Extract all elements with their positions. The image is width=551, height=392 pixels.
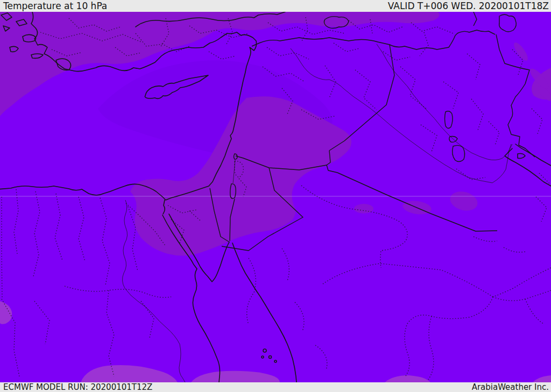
mid-patch bbox=[354, 204, 373, 213]
header-bar: Temperature at 10 hPa VALID T+006 WED. 2… bbox=[0, 0, 551, 12]
weather-map-app: Temperature at 10 hPa VALID T+006 WED. 2… bbox=[0, 0, 551, 392]
model-run-label: ECMWF MODEL RUN: 20200101T12Z bbox=[3, 382, 152, 392]
forecast-map bbox=[0, 12, 551, 382]
map-canvas bbox=[0, 12, 551, 382]
footer-bar: ECMWF MODEL RUN: 20200101T12Z ArabiaWeat… bbox=[0, 382, 551, 392]
credit-label: ArabiaWeather Inc. bbox=[472, 382, 549, 392]
map-title: Temperature at 10 hPa bbox=[3, 0, 107, 12]
valid-time-label: VALID T+006 WED. 20200101T18Z bbox=[388, 0, 549, 12]
